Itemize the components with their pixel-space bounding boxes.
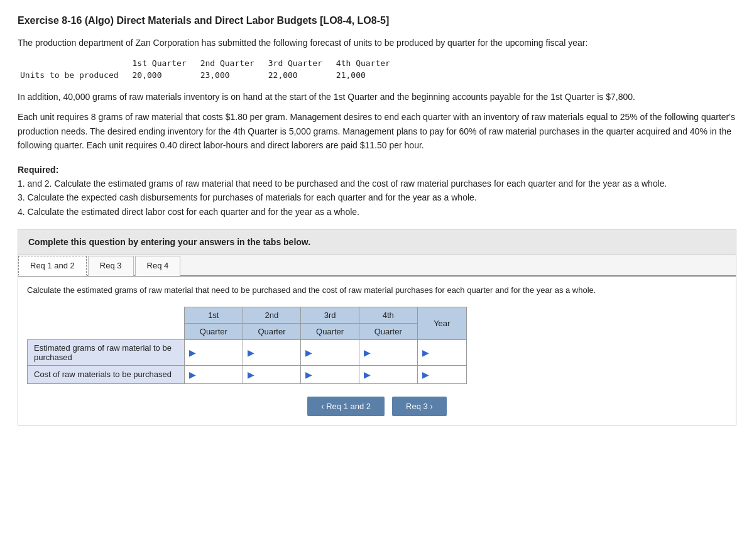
cost-input-3[interactable]: ▶: [301, 365, 359, 383]
required-item-2: 3. Calculate the expected cash disbursem…: [18, 190, 736, 204]
grams-input-year[interactable]: ▶: [417, 339, 466, 365]
grams-input-1[interactable]: ▶: [185, 339, 243, 365]
table-row-cost: Cost of raw materials to be purchased ▶ …: [28, 365, 467, 383]
grams-input-4[interactable]: ▶: [359, 339, 417, 365]
units-col-header-1st: 1st Quarter: [130, 57, 198, 69]
cost-input-q3[interactable]: [314, 366, 359, 383]
tab-req4[interactable]: Req 4: [135, 256, 181, 276]
intro-paragraph-1: The production department of Zan Corpora…: [18, 36, 736, 50]
cost-input-4[interactable]: ▶: [359, 365, 417, 383]
grams-input-2[interactable]: ▶: [243, 339, 301, 365]
units-value-2: 23,000: [198, 69, 266, 81]
required-section: Required: 1. and 2. Calculate the estima…: [18, 163, 736, 219]
col-subheader-1st: Quarter: [185, 323, 243, 339]
units-row-label: Units to be produced: [18, 69, 130, 81]
intro-paragraph-2: In addition, 40,000 grams of raw materia…: [18, 90, 736, 104]
units-table-empty-cell: [18, 57, 130, 69]
tab-description: Calculate the estimated grams of raw mat…: [27, 284, 727, 297]
col-subheader-3rd: Quarter: [301, 323, 359, 339]
col-header-2nd-main: 2nd: [243, 307, 301, 323]
units-value-4: 21,000: [334, 69, 402, 81]
required-item-3: 4. Calculate the estimated direct labor …: [18, 205, 736, 219]
arrow-icon-c1: ▶: [187, 370, 198, 380]
arrow-icon-3: ▶: [303, 348, 314, 358]
col-header-year: Year: [417, 307, 466, 339]
cost-input-2[interactable]: ▶: [243, 365, 301, 383]
arrow-icon-c4: ▶: [362, 370, 373, 380]
grams-input-q1[interactable]: [198, 344, 243, 361]
cost-input-year[interactable]: [431, 366, 466, 383]
units-col-header-3rd: 3rd Quarter: [266, 57, 334, 69]
cost-input-1[interactable]: ▶: [185, 365, 243, 383]
grams-input-q3[interactable]: [314, 344, 359, 361]
cost-input-q4[interactable]: [373, 366, 417, 383]
required-label: Required:: [18, 165, 58, 175]
units-table: 1st Quarter 2nd Quarter 3rd Quarter 4th …: [18, 57, 402, 81]
arrow-icon-c2: ▶: [246, 370, 256, 380]
col-header-3rd-main: 3rd: [301, 307, 359, 323]
intro-paragraph-3: Each unit requires 8 grams of raw materi…: [18, 110, 736, 152]
units-value-3: 22,000: [266, 69, 334, 81]
data-table: 1st 2nd 3rd 4th Year Quarter Quarter Qua…: [27, 307, 467, 384]
table-row-grams: Estimated grams of raw material to be pu…: [28, 339, 467, 365]
cost-input-year[interactable]: ▶: [417, 365, 466, 383]
required-item-1: 1. and 2. Calculate the estimated grams …: [18, 177, 736, 190]
arrow-icon-cyear: ▶: [420, 370, 431, 380]
tab-content-req1and2: Calculate the estimated grams of raw mat…: [18, 277, 736, 425]
row-label-cost: Cost of raw materials to be purchased: [28, 365, 185, 383]
grams-input-3[interactable]: ▶: [301, 339, 359, 365]
empty-subheader: [28, 323, 185, 339]
row-label-grams: Estimated grams of raw material to be pu…: [28, 339, 185, 365]
arrow-icon-4: ▶: [362, 348, 373, 358]
complete-question-box: Complete this question by entering your …: [18, 229, 736, 255]
nav-buttons: Req 1 and 2 Req 3: [27, 397, 727, 416]
tab-req1and2[interactable]: Req 1 and 2: [18, 256, 87, 276]
col-subheader-4th: Quarter: [359, 323, 417, 339]
grams-input-year[interactable]: [431, 344, 466, 361]
units-col-header-4th: 4th Quarter: [334, 57, 402, 69]
next-button[interactable]: Req 3: [392, 397, 447, 416]
grams-input-q2[interactable]: [256, 344, 301, 361]
arrow-icon-2: ▶: [246, 348, 256, 358]
cost-input-q2[interactable]: [256, 366, 301, 383]
exercise-title: Exercise 8-16 (Algo) Direct Materials an…: [18, 15, 736, 26]
cost-input-q1[interactable]: [198, 366, 243, 383]
arrow-icon-c3: ▶: [303, 370, 314, 380]
empty-header: [28, 307, 185, 323]
arrow-icon-1: ▶: [187, 348, 198, 358]
tabs-container: Req 1 and 2 Req 3 Req 4 Calculate the es…: [18, 255, 736, 425]
arrow-icon-year1: ▶: [420, 348, 431, 358]
col-header-4th-main: 4th: [359, 307, 417, 323]
tabs-row: Req 1 and 2 Req 3 Req 4: [18, 255, 736, 277]
tab-req3[interactable]: Req 3: [88, 256, 134, 276]
prev-button[interactable]: Req 1 and 2: [307, 397, 385, 416]
units-value-1: 20,000: [130, 69, 198, 81]
complete-box-text: Complete this question by entering your …: [28, 237, 310, 247]
col-subheader-2nd: Quarter: [243, 323, 301, 339]
grams-input-q4[interactable]: [373, 344, 417, 361]
col-header-1st-main: 1st: [185, 307, 243, 323]
units-col-header-2nd: 2nd Quarter: [198, 57, 266, 69]
